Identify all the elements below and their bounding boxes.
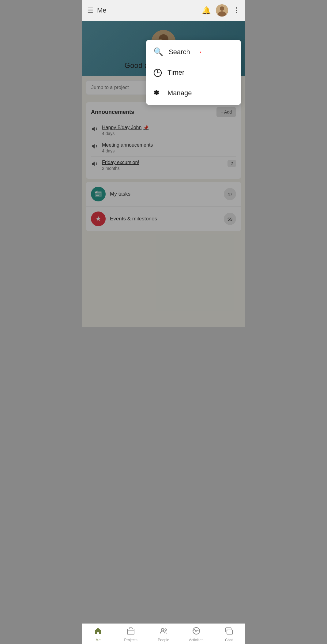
page-title: Me (97, 6, 107, 14)
top-bar-right: 🔔 ⋮ (202, 4, 240, 17)
search-label: Search (169, 48, 190, 56)
more-options-icon[interactable]: ⋮ (233, 6, 240, 14)
avatar-image (216, 4, 228, 17)
hamburger-icon[interactable]: ☰ (87, 6, 93, 14)
manage-icon (153, 88, 162, 98)
page-wrapper: Good afternoon, James Announcements + Ad… (82, 21, 245, 327)
dropdown-item-search[interactable]: 🔍 Search ← (146, 42, 241, 62)
avatar[interactable] (216, 4, 228, 17)
dropdown-item-manage[interactable]: Manage (146, 83, 241, 103)
manage-label: Manage (167, 89, 192, 97)
top-bar: ☰ Me 🔔 ⋮ (82, 0, 245, 21)
timer-label: Timer (167, 69, 184, 77)
dropdown-menu: 🔍 Search ← Timer Manage (146, 40, 241, 105)
timer-icon (153, 68, 162, 77)
arrow-indicator: ← (199, 48, 205, 56)
svg-point-1 (220, 6, 224, 11)
search-icon: 🔍 (153, 47, 163, 57)
top-bar-left: ☰ Me (87, 6, 107, 14)
dropdown-item-timer[interactable]: Timer (146, 62, 241, 83)
bell-icon[interactable]: 🔔 (202, 6, 211, 15)
